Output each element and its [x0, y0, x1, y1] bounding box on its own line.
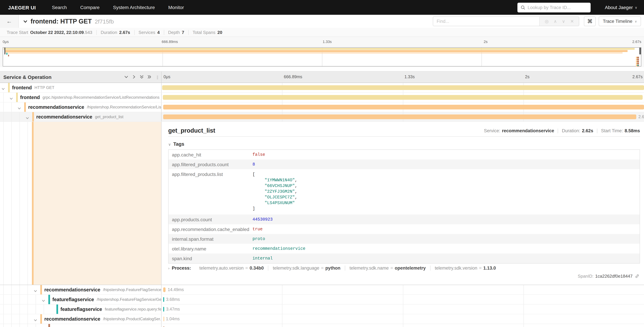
- tag-row[interactable]: app.filtered_products.list["1YMWWN1N4O",…: [168, 169, 640, 214]
- span-row[interactable]: featureflagservicefeatureflagservice.rep…: [0, 304, 644, 314]
- span-toggle-chevron[interactable]: [34, 317, 37, 323]
- tag-row[interactable]: app.recommendation.cache_enabledtrue: [168, 224, 640, 234]
- span-row[interactable]: featureflagservice/hipstershop.FeatureFl…: [0, 295, 644, 304]
- trace-view-selector[interactable]: Trace Timeline ∨: [599, 16, 641, 26]
- minimap-right-handle[interactable]: [639, 48, 641, 54]
- span-name[interactable]: frontendHTTP GET: [12, 83, 54, 92]
- app-logo[interactable]: JAEGER UI: [8, 4, 36, 10]
- minimap-left-handle[interactable]: [4, 48, 5, 54]
- collapse-trace-chevron[interactable]: [23, 19, 28, 24]
- indent-guide: [3, 93, 4, 102]
- span-toggle-chevron[interactable]: [26, 115, 29, 121]
- indent-guide: [28, 314, 28, 324]
- tag-row[interactable]: span.kindinternal: [168, 254, 640, 263]
- indent-guide: [20, 304, 20, 314]
- timeline-gridline: [524, 304, 524, 314]
- span-row[interactable]: frontendgrpc.hipstershop.RecommendationS…: [0, 93, 644, 102]
- tag-row[interactable]: otel.library.namerecommendationservice: [168, 244, 640, 254]
- find-input[interactable]: [433, 17, 540, 26]
- column-resizer-handle[interactable]: ∥: [156, 75, 158, 80]
- chevron-down-icon[interactable]: ∨: [562, 19, 565, 24]
- span-row[interactable]: recommendationservice/hipstershop.Recomm…: [0, 102, 644, 112]
- span-duration-bar[interactable]: [163, 316, 164, 321]
- span-name[interactable]: recommendationservice/hipstershop.Produc…: [44, 314, 162, 324]
- timeline-gridline: [282, 324, 282, 327]
- span-name[interactable]: featureflagservicefeatureflagservice.rep…: [60, 304, 162, 314]
- nav-item-compare[interactable]: Compare: [80, 5, 100, 10]
- services-label: Services: [138, 30, 155, 35]
- collapse-deep-icon[interactable]: [139, 74, 144, 79]
- tag-row[interactable]: internal.span.formatproto: [168, 234, 640, 244]
- expand-one-icon[interactable]: [132, 74, 136, 79]
- span-toggle-chevron[interactable]: [42, 298, 45, 304]
- nav-item-system-architecture[interactable]: System Architecture: [113, 5, 155, 10]
- about-jaeger-menu[interactable]: About Jaeger ∨: [605, 5, 637, 10]
- tag-row[interactable]: app.cache_hitfalse: [168, 150, 640, 160]
- minimap-span-mark: [8, 55, 9, 56]
- span-row[interactable]: recommendationservice/hipstershop.Produc…: [0, 314, 644, 324]
- span-detail-panel: get_product_list Service:recommendations…: [162, 122, 644, 285]
- span-row[interactable]: frontendHTTP GET: [0, 83, 644, 93]
- process-tag[interactable]: telemetry.auto.version=0.34b0: [195, 266, 268, 270]
- span-duration-bar[interactable]: [163, 326, 164, 327]
- clear-icon[interactable]: ✕: [570, 19, 574, 24]
- arrow-left-icon: ←: [6, 18, 12, 25]
- span-name[interactable]: recommendationservice/hipstershop.Featur…: [44, 285, 162, 294]
- timeline-header: Service & Operation ∥ 0μs 666.89ms 1.33s…: [0, 71, 644, 83]
- keyboard-shortcuts-button[interactable]: ⌘: [584, 16, 596, 26]
- back-button[interactable]: ←: [0, 15, 19, 28]
- span-duration-label: 14.49ms: [168, 288, 184, 292]
- tag-value: recommendationservice: [252, 244, 306, 251]
- chevron-right-icon[interactable]: ›: [168, 266, 170, 270]
- locate-icon[interactable]: ◎: [545, 19, 549, 24]
- chevron-down-icon: ∨: [635, 6, 637, 9]
- nav-item-search[interactable]: Search: [52, 5, 67, 10]
- span-toggle-chevron[interactable]: [34, 288, 37, 294]
- span-row[interactable]: recommendationservice/hipstershop.Featur…: [0, 285, 644, 295]
- expand-all-icon[interactable]: [147, 74, 152, 79]
- trace-lookup-placeholder: Lookup by Trace ID...: [528, 5, 571, 10]
- process-tag[interactable]: telemetry.sdk.language=python: [268, 266, 345, 270]
- tag-key: internal.span.format: [168, 234, 252, 242]
- span-toggle-chevron[interactable]: [1, 86, 5, 92]
- process-tag[interactable]: telemetry.sdk.version=1.13.0: [430, 266, 500, 270]
- span-duration-bar[interactable]: [163, 288, 166, 292]
- tags-section-toggle[interactable]: ∨Tags: [168, 141, 184, 147]
- minimap-canvas[interactable]: [3, 47, 641, 66]
- tag-row[interactable]: app.filtered_products.count8: [168, 160, 640, 169]
- span-duration-bar[interactable]: [163, 95, 643, 100]
- span-name[interactable]: featureflagservice/hipstershop.FeatureFl…: [52, 295, 162, 304]
- span-duration-bar[interactable]: [163, 297, 164, 302]
- minimap-span-mark: [636, 57, 639, 58]
- span-duration-bar[interactable]: [163, 114, 636, 119]
- link-icon[interactable]: [635, 274, 639, 278]
- trace-title: frontend: HTTP GET2f715fb: [30, 18, 114, 25]
- span-detail-highlight[interactable]: [34, 122, 161, 285]
- minimap-tick: 1.33s: [323, 40, 332, 44]
- span-name[interactable]: recommendationserviceget_product_list: [36, 112, 124, 122]
- process-value: python: [325, 266, 340, 270]
- indent-guide: [3, 324, 4, 327]
- process-tag[interactable]: telemetry.sdk.name=opentelemetry: [345, 266, 430, 270]
- chevron-up-icon[interactable]: ∧: [554, 19, 557, 24]
- trace-header: ← frontend: HTTP GET2f715fb ◎ ∧ ∨ ✕ ⌘ Tr…: [0, 15, 644, 28]
- span-duration-bar[interactable]: [162, 85, 644, 90]
- process-label[interactable]: Process:: [172, 266, 191, 270]
- span-name[interactable]: frontendgrpc.hipstershop.RecommendationS…: [20, 93, 160, 102]
- minimap-tick: 2s: [484, 40, 488, 44]
- operation-name: featureflagservice.repo.query:fe...: [105, 307, 162, 312]
- collapse-all-icon[interactable]: [124, 74, 128, 79]
- span-duration-bar[interactable]: [163, 307, 164, 312]
- trace-lookup-input[interactable]: Lookup by Trace ID...: [518, 2, 591, 12]
- tag-row[interactable]: app.products.count44530923: [168, 214, 640, 224]
- span-toggle-chevron[interactable]: [10, 96, 13, 102]
- nav-item-monitor[interactable]: Monitor: [168, 5, 184, 10]
- span-toggle-chevron[interactable]: [18, 106, 21, 112]
- indent-guide: [3, 122, 4, 285]
- span-duration-bar[interactable]: [163, 105, 644, 110]
- span-row[interactable]: recommendationserviceget_product_list2.6…: [0, 112, 644, 122]
- span-row[interactable]: [0, 324, 644, 327]
- span-name[interactable]: recommendationservice/hipstershop.Recomm…: [28, 102, 162, 112]
- search-icon: [521, 5, 525, 10]
- timeline-ticks: 0μs 666.89ms 1.33s 2s 2.67s: [162, 72, 644, 82]
